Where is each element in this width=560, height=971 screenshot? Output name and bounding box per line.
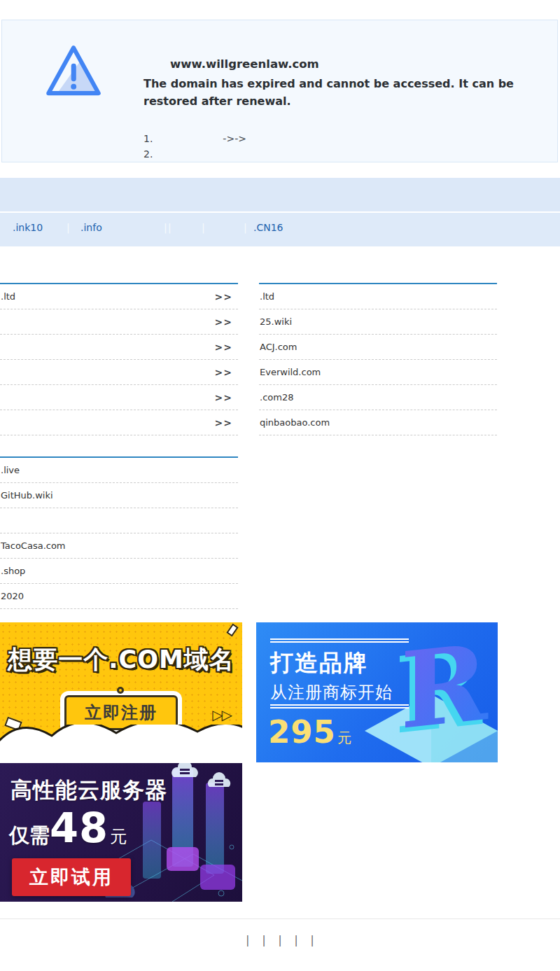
domain-row[interactable]: Everwild.com: [259, 360, 497, 385]
domain-label: Everwild.com: [260, 367, 321, 377]
price-prefix: 仅需: [9, 822, 50, 850]
expired-notice-box: www.willgreenlaw.com The domain has expi…: [1, 20, 558, 162]
domain-row[interactable]: >>: [0, 335, 238, 360]
domain-label: .ltd: [1, 291, 15, 302]
footer-separator: |: [311, 934, 314, 946]
domain-label: ACJ.com: [260, 342, 297, 352]
notice-step-2-number: 2.: [144, 146, 153, 162]
price-unit: 元: [110, 825, 127, 848]
notice-step-1: 1. ->->: [144, 131, 246, 146]
domain-label: 2020: [1, 591, 24, 601]
nav-link-ink10[interactable]: .ink10: [13, 222, 43, 233]
double-rule-decoration: [270, 704, 409, 708]
domain-row[interactable]: >>: [0, 385, 238, 410]
domain-row[interactable]: ACJ.com: [259, 335, 497, 360]
notice-step-2: 2.: [144, 146, 246, 162]
domain-row[interactable]: .ltd: [259, 284, 497, 309]
brand-ad-subtitle: 从注册商标开始: [270, 681, 393, 704]
domain-row[interactable]: >>: [0, 360, 238, 385]
footer-divider: [0, 918, 560, 919]
try-now-button[interactable]: 立即试用: [12, 858, 131, 896]
domain-row[interactable]: .shop: [0, 559, 238, 584]
brand-ad-price: 295 元: [268, 713, 351, 750]
paper-decoration: [226, 624, 238, 637]
server-ad-title: 高性能云服务器: [10, 776, 167, 805]
more-marker: >>: [215, 316, 232, 328]
trademark-ad-banner[interactable]: R R 打造品牌 从注册商标开始 295 元: [256, 622, 498, 762]
expired-domain-name: www.willgreenlaw.com: [170, 57, 319, 71]
domain-row[interactable]: TacoCasa.com: [0, 533, 238, 559]
more-marker: >>: [215, 291, 232, 302]
nav-separator: |: [164, 222, 167, 233]
domain-label: .com28: [260, 392, 293, 403]
footer-separator: |: [246, 934, 249, 946]
page: www.willgreenlaw.com The domain has expi…: [0, 0, 560, 971]
price-number: 48: [50, 804, 108, 852]
price-number: 295: [268, 713, 336, 750]
com-domain-ad-banner[interactable]: 想要一个.COM域名 立即注册 ▷▷: [0, 622, 242, 762]
more-marker: >>: [215, 367, 232, 378]
nav-link-info[interactable]: .info: [80, 222, 102, 233]
domain-label: .shop: [1, 566, 25, 576]
notice-step-1-number: 1.: [144, 131, 153, 146]
arrows-decoration: ▷▷: [212, 706, 231, 723]
header-band: [0, 178, 560, 211]
button-dot-decoration: [117, 687, 124, 694]
domain-list-left: .ltd >> >> >> >> >> >>: [0, 283, 238, 435]
com-ad-title: 想要一个.COM域名: [0, 643, 242, 676]
footer-links-row: | | | | |: [0, 934, 560, 946]
cloud-server-ad-banner[interactable]: 高性能云服务器 仅需 48 元 立即试用: [0, 763, 242, 902]
footer-separator: |: [278, 934, 281, 946]
domain-row[interactable]: GitHub.wiki: [0, 483, 238, 508]
svg-text:R: R: [400, 626, 489, 753]
domain-label: TacoCasa.com: [1, 540, 66, 551]
more-marker: >>: [215, 342, 232, 353]
notice-steps: 1. ->-> 2.: [144, 131, 246, 162]
domain-list-right: .ltd 25.wiki ACJ.com Everwild.com .com28…: [259, 283, 497, 435]
double-rule-decoration: [270, 638, 409, 643]
footer-separator: |: [295, 934, 298, 946]
domain-row[interactable]: .ltd >>: [0, 284, 238, 309]
expired-message: The domain has expired and cannot be acc…: [144, 75, 525, 110]
nav-separator: |: [168, 222, 172, 233]
clouds-decoration: [0, 725, 242, 762]
brand-ad-title: 打造品牌: [270, 648, 368, 679]
domain-row[interactable]: >>: [0, 410, 238, 435]
price-unit: 元: [337, 729, 351, 748]
notice-step-1-text: ->->: [223, 131, 246, 146]
more-marker: >>: [215, 392, 232, 403]
domain-row[interactable]: [0, 508, 238, 533]
domain-row[interactable]: qinbaobao.com: [259, 410, 497, 435]
domain-label: 25.wiki: [260, 316, 292, 327]
domain-row[interactable]: .live: [0, 458, 238, 483]
nav-link-cn16[interactable]: .CN16: [253, 222, 284, 233]
domain-row[interactable]: 2020: [0, 584, 238, 609]
nav-separator: |: [202, 222, 205, 233]
nav-separator: |: [66, 222, 70, 233]
more-marker: >>: [215, 417, 232, 428]
footer-separator: |: [262, 934, 265, 946]
domain-label: .live: [1, 465, 20, 475]
server-ad-price: 仅需 48 元: [9, 804, 127, 852]
domain-row[interactable]: 25.wiki: [259, 309, 497, 335]
domain-label: qinbaobao.com: [260, 417, 330, 428]
domain-row[interactable]: .com28: [259, 385, 497, 410]
nav-band: .ink10 | .info | | | | .CN16: [0, 213, 560, 246]
domain-label: .ltd: [260, 291, 274, 302]
domain-row[interactable]: >>: [0, 309, 238, 335]
domain-label: GitHub.wiki: [1, 490, 53, 501]
nav-separator: |: [244, 222, 247, 233]
warning-triangle-icon: [41, 40, 106, 106]
domain-list-lower-left: .live GitHub.wiki TacoCasa.com .shop 202…: [0, 456, 238, 609]
